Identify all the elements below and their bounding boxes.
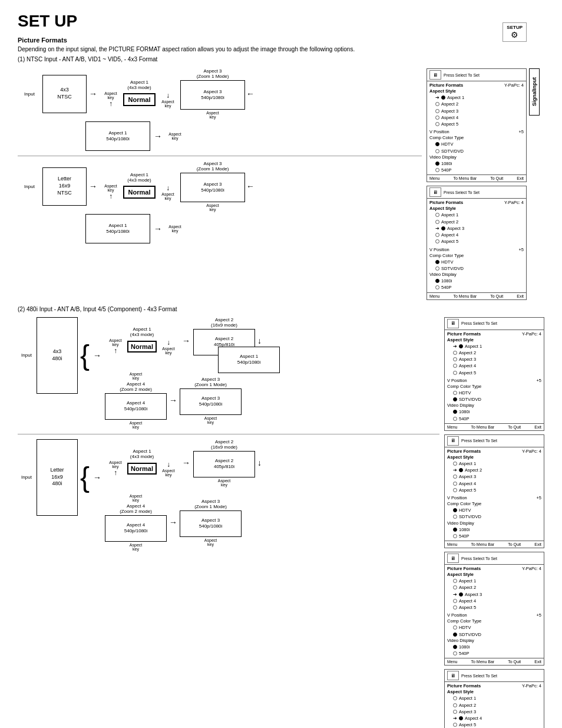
menu-panel-3: 🖥 Press Select To Set Picture FormatsY-P… [444, 317, 544, 431]
aspect3-box-1: Aspect 3540p/1080i [180, 80, 245, 110]
section-title: Picture Formats [18, 37, 544, 44]
input-signal-label: Input Signal [529, 68, 540, 116]
aspect3-box-4: Aspect 3540p/1080i [180, 510, 242, 537]
arrow-right-1: → [89, 89, 97, 98]
menu-footer-2: Menu To Menu Bar To Quit Exit [427, 292, 526, 299]
aspect4-box-2: Aspect 4540p/1080i [105, 515, 167, 542]
subsection1-heading: (1) NTSC Input - ANT A/B, VID1 ~ VID5, -… [18, 56, 544, 62]
subsection2-heading: (2) 480i Input - ANT A/B, Input 4/5 (Com… [18, 306, 544, 312]
480i-panels: 🖥 Press Select To Set Picture FormatsY-P… [444, 317, 544, 729]
480i-diagrams: Input 4x3480i { → Aspect 1(4x3 mode) Asp… [18, 317, 439, 551]
panel1-group: 🖥 Press Select To Set Picture Formats Y-… [427, 68, 540, 182]
aspect2-box-4: Aspect 2405p/810i [193, 451, 255, 477]
input-label-2: Input [18, 184, 41, 189]
menu-footer-1: Menu To Menu Bar To Quit Exit [427, 174, 526, 182]
aspect4-box-1: Aspect 4540p/1080i [105, 393, 167, 420]
ntsc-panels: 🖥 Press Select To Set Picture Formats Y-… [427, 68, 544, 300]
480i-row2: Input Letter16x9480i { → Aspect 1(4x3 mo… [18, 439, 439, 551]
normal-box-4: Normal [127, 463, 157, 475]
description: Depending on the input signal, the PICTU… [18, 46, 544, 52]
ntsc-diagrams: Input 4x3NTSC → Aspect 1(4x3 mode) Aspec… [18, 68, 422, 243]
section2-area: Input 4x3480i { → Aspect 1(4x3 mode) Asp… [18, 317, 544, 729]
480i-row1: Input 4x3480i { → Aspect 1(4x3 mode) Asp… [18, 317, 439, 429]
menu-body-1: Picture Formats Y-PaPc: 4 Aspect Style ➔… [427, 81, 526, 174]
box-letter-480i: Letter16x9480i [37, 439, 78, 516]
ntsc-row1: Input 4x3NTSC → Aspect 1(4x3 mode) Aspec… [18, 68, 422, 119]
aspect-key-below-1: Aspectkey [206, 111, 219, 119]
normal-box-1: Normal [123, 93, 156, 106]
aspect-key-right-1: ↓ Aspect key [157, 91, 179, 108]
aspect1-box-2: Aspect 1540p/1080i [85, 214, 150, 243]
middle-section-2: Aspect 1(4x3 mode) Aspect key ↑ Normal ↓… [100, 172, 179, 200]
setup-icon: SETUP ⚙ [503, 22, 527, 42]
box-4x3-ntsc: 4x3NTSC [42, 75, 87, 113]
menu-panel-2: 🖥 Press Select To Set Picture Formats Y-… [427, 186, 527, 299]
aspect-key-left-1: Aspect key ↑ [100, 91, 122, 108]
input-label-1: Input [18, 91, 41, 97]
aspect3-box-3: Aspect 3540p/1080i [180, 388, 242, 415]
box-letter-ntsc: Letter16x9NTSC [42, 167, 87, 206]
page-title: SET UP [18, 12, 544, 31]
menu-panel-4: 🖥 Press Select To Set Picture FormatsY-P… [444, 434, 544, 548]
setup-label: SETUP [507, 25, 523, 30]
menu-header-1: 🖥 Press Select To Set [427, 69, 526, 81]
normal-box-3: Normal [127, 341, 157, 353]
aspect3-section-2: Aspect 3(Zoom 1 Mode) Aspect 3540p/1080i… [180, 161, 245, 212]
aspect1-box-1: Aspect 1540p/1080i [85, 121, 150, 151]
ntsc-row2: Input Letter16x9NTSC → Aspect 1(4x3 mode… [18, 161, 422, 212]
aspect3-box-2: Aspect 3540p/1080i [180, 173, 245, 202]
aspect3-section-1: Aspect 3(Zoom 1 Mode) Aspect 3540p/1080i… [180, 68, 245, 119]
menu-header-2: 🖥 Press Select To Set [427, 186, 526, 199]
setup-circles: ⚙ [507, 30, 523, 39]
normal-box-2: Normal [123, 186, 156, 199]
menu-panel-6: 🖥 Press Select To Set Picture FormatsY-P… [444, 669, 544, 728]
middle-section-1: Aspect 1(4x3 mode) Aspect key ↑ Normal ↓… [100, 80, 179, 108]
aspect1-box-3: Aspect 1540p/1080i [218, 347, 280, 373]
box-4x3-480i: 4x3480i [37, 317, 78, 394]
menu-panel-5: 🖥 Press Select To Set Picture FormatsY-P… [444, 552, 544, 666]
menu-panel-1: 🖥 Press Select To Set Picture Formats Y-… [427, 68, 527, 182]
